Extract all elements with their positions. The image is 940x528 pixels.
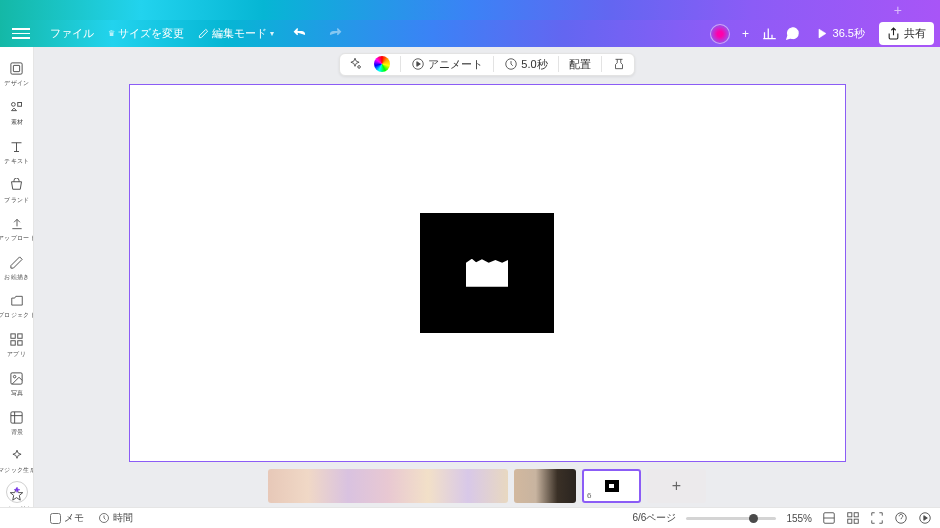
comment-icon[interactable] bbox=[785, 26, 800, 41]
pencil-icon bbox=[198, 28, 209, 39]
timeline-toggle[interactable]: 時間 bbox=[98, 511, 133, 525]
menu-file[interactable]: ファイル bbox=[50, 26, 94, 41]
grid-view-icon[interactable] bbox=[846, 511, 860, 525]
share-label: 共有 bbox=[904, 26, 926, 41]
share-button[interactable]: 共有 bbox=[879, 22, 934, 45]
share-icon bbox=[887, 27, 900, 40]
timeline-label: 時間 bbox=[113, 511, 133, 525]
page-indicator[interactable]: 6/6ページ bbox=[633, 511, 677, 525]
svg-rect-17 bbox=[848, 519, 852, 523]
sidebar-label: アプリ bbox=[7, 349, 26, 358]
svg-rect-5 bbox=[18, 334, 22, 338]
fullscreen-icon[interactable] bbox=[870, 511, 884, 525]
canvas-element-black-square[interactable] bbox=[420, 213, 554, 333]
svg-rect-3 bbox=[18, 103, 22, 107]
add-page-button[interactable]: + bbox=[647, 469, 706, 503]
sidebar-label: マジック生成 bbox=[0, 465, 34, 474]
top-menu-bar: ファイル ♛サイズを変更 編集モード ▾ + 36.5秒 共有 bbox=[0, 20, 940, 47]
duration-button[interactable]: 5.0秒 bbox=[502, 57, 549, 72]
sidebar-label: ブランド bbox=[4, 195, 30, 204]
sidebar-item-photo[interactable]: 写真 bbox=[0, 367, 33, 406]
svg-rect-7 bbox=[18, 341, 22, 345]
zoom-value[interactable]: 155% bbox=[786, 513, 812, 524]
animate-label: アニメート bbox=[428, 57, 483, 72]
sidebar-label: お絵描き bbox=[4, 272, 30, 281]
style-filter-button[interactable] bbox=[610, 57, 628, 71]
present-icon[interactable] bbox=[918, 511, 932, 525]
play-icon bbox=[814, 26, 829, 41]
sidebar-item-magic-gen[interactable]: マジック生成 bbox=[0, 445, 33, 483]
separator bbox=[400, 56, 401, 72]
svg-rect-1 bbox=[13, 65, 19, 71]
position-button[interactable]: 配置 bbox=[567, 57, 593, 72]
zoom-slider[interactable] bbox=[686, 517, 776, 520]
context-toolbar: アニメート 5.0秒 配置 bbox=[339, 53, 634, 76]
present-duration: 36.5秒 bbox=[833, 26, 865, 41]
menu-resize[interactable]: ♛サイズを変更 bbox=[108, 26, 184, 41]
sidebar-label: デザイン bbox=[4, 78, 30, 87]
hamburger-menu[interactable] bbox=[12, 28, 30, 39]
svg-point-2 bbox=[12, 103, 16, 107]
sidebar-label: アップロード bbox=[0, 233, 34, 242]
separator bbox=[558, 56, 559, 72]
sidebar-item-text[interactable]: テキスト bbox=[0, 135, 33, 174]
left-sidebar: デザイン 素材 テキスト ブランド アップロード お絵描き プロジェクト アプリ… bbox=[0, 47, 34, 507]
svg-rect-10 bbox=[11, 412, 22, 423]
sidebar-item-apps[interactable]: アプリ bbox=[0, 328, 33, 367]
page-thumbnails: + bbox=[34, 468, 940, 507]
sidebar-label: スター付き bbox=[0, 504, 32, 507]
svg-rect-6 bbox=[11, 341, 15, 345]
canvas-element-white-shape bbox=[466, 259, 508, 287]
animate-button[interactable]: アニメート bbox=[409, 57, 485, 72]
notes-toggle[interactable]: メモ bbox=[50, 511, 84, 525]
add-member-button[interactable]: + bbox=[738, 26, 754, 42]
svg-rect-4 bbox=[11, 334, 15, 338]
notes-label: メモ bbox=[64, 511, 84, 525]
sidebar-item-design[interactable]: デザイン bbox=[0, 57, 33, 96]
position-label: 配置 bbox=[569, 57, 591, 72]
thumbnail-strip-blurred[interactable] bbox=[268, 469, 508, 503]
sidebar-label: プロジェクト bbox=[0, 310, 34, 319]
redo-button[interactable] bbox=[324, 23, 346, 45]
present-button[interactable]: 36.5秒 bbox=[808, 26, 871, 41]
menu-file-label: ファイル bbox=[50, 26, 94, 41]
color-picker[interactable] bbox=[372, 56, 392, 72]
sidebar-item-upload[interactable]: アップロード bbox=[0, 213, 33, 251]
crown-icon: ♛ bbox=[108, 29, 115, 38]
view-grid-icon[interactable] bbox=[822, 511, 836, 525]
duration-label: 5.0秒 bbox=[521, 57, 547, 72]
svg-rect-15 bbox=[848, 513, 852, 517]
svg-rect-18 bbox=[854, 519, 858, 523]
undo-button[interactable] bbox=[288, 23, 310, 45]
sidebar-item-brand[interactable]: ブランド bbox=[0, 174, 33, 213]
sidebar-label: 写真 bbox=[10, 388, 23, 397]
design-canvas[interactable] bbox=[129, 84, 846, 462]
status-bar: メモ 時間 6/6ページ 155% bbox=[0, 507, 940, 528]
sidebar-item-draw[interactable]: お絵描き bbox=[0, 251, 33, 290]
sidebar-label: 素材 bbox=[10, 117, 23, 126]
help-icon[interactable] bbox=[894, 511, 908, 525]
magic-fab[interactable] bbox=[6, 481, 28, 503]
sidebar-item-project[interactable]: プロジェクト bbox=[0, 290, 33, 328]
menu-edit-mode[interactable]: 編集モード ▾ bbox=[198, 26, 274, 41]
thumbnail-page-6[interactable] bbox=[582, 469, 641, 503]
notes-checkbox[interactable] bbox=[50, 513, 61, 524]
sidebar-item-bg[interactable]: 背景 bbox=[0, 406, 33, 445]
chevron-down-icon: ▾ bbox=[270, 29, 274, 38]
menu-resize-label: サイズを変更 bbox=[118, 26, 184, 41]
svg-point-9 bbox=[13, 375, 16, 378]
sidebar-item-elements[interactable]: 素材 bbox=[0, 96, 33, 135]
window-title-bar bbox=[0, 0, 940, 20]
svg-rect-16 bbox=[854, 513, 858, 517]
color-wheel-icon bbox=[374, 56, 390, 72]
magic-button[interactable] bbox=[346, 57, 364, 71]
svg-rect-0 bbox=[11, 63, 22, 74]
menu-edit-mode-label: 編集モード bbox=[212, 26, 267, 41]
user-avatar[interactable] bbox=[710, 24, 730, 44]
analytics-icon[interactable] bbox=[762, 26, 777, 41]
sidebar-label: 背景 bbox=[10, 427, 23, 436]
thumbnail-blurred[interactable] bbox=[514, 469, 576, 503]
separator bbox=[601, 56, 602, 72]
sidebar-label: テキスト bbox=[4, 156, 30, 165]
separator bbox=[493, 56, 494, 72]
